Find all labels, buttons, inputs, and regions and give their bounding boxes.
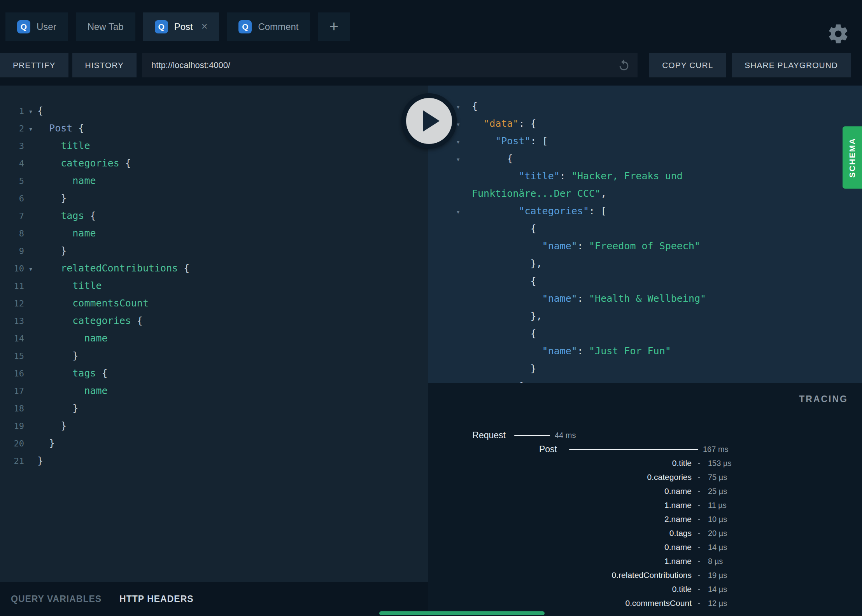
tracing-row: 0.title-14 µs (428, 582, 862, 596)
editor-line[interactable]: 7tags { (0, 207, 428, 224)
new-tab-button[interactable]: + (318, 12, 350, 41)
line-number: 8 (0, 225, 24, 242)
editor-line[interactable]: 11title (0, 277, 428, 294)
tab-label: New Tab (88, 21, 124, 32)
tracing-label: 1.name (428, 556, 692, 566)
tracing-label: 0.title (428, 458, 692, 468)
line-number: 19 (0, 417, 24, 435)
response-line: Funktionäre...Der CCC", (428, 185, 862, 202)
tab-label: User (37, 21, 56, 32)
editor-line[interactable]: 1▾{ (0, 102, 428, 119)
response-line: ] (428, 377, 862, 383)
play-icon (423, 110, 440, 131)
query-variables-tab[interactable]: QUERY VARIABLES (11, 594, 102, 604)
editor-line[interactable]: 12commentsCount (0, 294, 428, 312)
editor-line[interactable]: 2▾Post { (0, 119, 428, 137)
horizontal-scrollbar-thumb[interactable] (379, 611, 545, 615)
tracing-row: 0.commentsCount-12 µs (428, 596, 862, 610)
fold-arrow-icon[interactable]: ▾ (428, 203, 472, 220)
editor-line[interactable]: 21} (0, 452, 428, 469)
tracing-label: 0.name (428, 542, 692, 552)
line-number: 6 (0, 190, 24, 207)
editor-line[interactable]: 3title (0, 137, 428, 154)
response-line: ▾{ (428, 97, 862, 115)
response-line: ▾"categories": [ (428, 202, 862, 220)
reload-icon[interactable] (617, 59, 631, 72)
editor-line[interactable]: 10▾relatedContributions { (0, 259, 428, 277)
fold-arrow-icon[interactable]: ▾ (24, 103, 37, 120)
line-number: 16 (0, 365, 24, 382)
tracing-row: 0.name-25 µs (428, 484, 862, 498)
share-playground-button[interactable]: SHARE PLAYGROUND (732, 53, 851, 77)
tracing-label: Request (428, 430, 506, 441)
fold-arrow-icon[interactable]: ▾ (24, 260, 37, 278)
line-number: 18 (0, 400, 24, 417)
tab-user[interactable]: Q User (5, 12, 68, 41)
fold-arrow-icon[interactable]: ▾ (24, 120, 37, 138)
tracing-dash: - (695, 556, 703, 566)
tracing-title: TRACING (799, 394, 848, 404)
playground-logo-icon: Q (238, 20, 252, 33)
editor-line[interactable]: 19} (0, 417, 428, 434)
tab-post[interactable]: Q Post × (143, 12, 219, 41)
plus-icon: + (329, 18, 338, 35)
editor-line[interactable]: 6} (0, 189, 428, 207)
tracing-time: 20 µs (708, 529, 727, 538)
editor-line[interactable]: 13categories { (0, 312, 428, 329)
playground-logo-icon: Q (155, 20, 168, 33)
history-button[interactable]: HISTORY (72, 53, 137, 77)
line-number: 4 (0, 155, 24, 172)
editor-line[interactable]: 8name (0, 224, 428, 242)
tracing-row: Post167 ms (428, 442, 862, 456)
close-icon[interactable]: × (201, 21, 208, 32)
line-number: 11 (0, 277, 24, 295)
tracing-time: 14 µs (708, 543, 727, 552)
tracing-row: 0.title-153 µs (428, 456, 862, 470)
editor-bottom-bar: QUERY VARIABLES HTTP HEADERS (0, 582, 428, 616)
settings-gear-icon[interactable] (827, 23, 850, 45)
line-number: 2 (0, 120, 24, 137)
response-line: { (428, 272, 862, 290)
tab-new-tab[interactable]: New Tab (76, 12, 135, 41)
tracing-time: 167 ms (703, 445, 729, 454)
tracing-dash: - (695, 472, 703, 482)
tracing-dash: - (695, 458, 703, 468)
line-number: 13 (0, 312, 24, 330)
copy-curl-button[interactable]: COPY CURL (649, 53, 726, 77)
editor-line[interactable]: 17name (0, 382, 428, 399)
prettify-button[interactable]: PRETTIFY (0, 53, 68, 77)
response-line: } (428, 360, 862, 377)
tracing-row: 1.name-11 µs (428, 498, 862, 512)
http-headers-tab[interactable]: HTTP HEADERS (119, 594, 194, 604)
tab-comment[interactable]: Q Comment (227, 12, 310, 41)
line-number: 5 (0, 172, 24, 190)
line-number: 17 (0, 382, 24, 400)
tracing-label: 1.name (428, 500, 692, 510)
schema-sidebar-tab[interactable]: SCHEMA (843, 126, 862, 189)
editor-line[interactable]: 5name (0, 172, 428, 189)
editor-line[interactable]: 14name (0, 329, 428, 347)
editor-line[interactable]: 20} (0, 434, 428, 452)
line-number: 15 (0, 347, 24, 365)
tab-bar: Q User New Tab Q Post × Q Comment + (0, 0, 862, 53)
tracing-timeline-bar (514, 435, 550, 436)
tracing-label: 0.commentsCount (428, 598, 692, 608)
tracing-row: 2.name-10 µs (428, 512, 862, 526)
query-editor-pane[interactable]: 1▾{2▾Post {3title4categories {5name6}7ta… (0, 86, 428, 582)
editor-line[interactable]: 9} (0, 242, 428, 259)
editor-line[interactable]: 16tags { (0, 364, 428, 382)
tracing-dash: - (695, 528, 703, 538)
editor-line[interactable]: 18} (0, 399, 428, 417)
execute-query-button[interactable] (401, 93, 457, 149)
tracing-dash: - (695, 570, 703, 580)
editor-line[interactable]: 4categories { (0, 154, 428, 172)
tracing-dash: - (695, 514, 703, 524)
line-number: 21 (0, 452, 24, 470)
tracing-time: 75 µs (708, 473, 727, 482)
tracing-time: 11 µs (708, 501, 727, 510)
response-line: ▾{ (428, 150, 862, 167)
editor-line[interactable]: 15} (0, 347, 428, 364)
endpoint-url-input[interactable]: http://localhost:4000/ (142, 53, 638, 77)
fold-arrow-icon[interactable]: ▾ (428, 150, 472, 168)
line-number: 14 (0, 330, 24, 347)
